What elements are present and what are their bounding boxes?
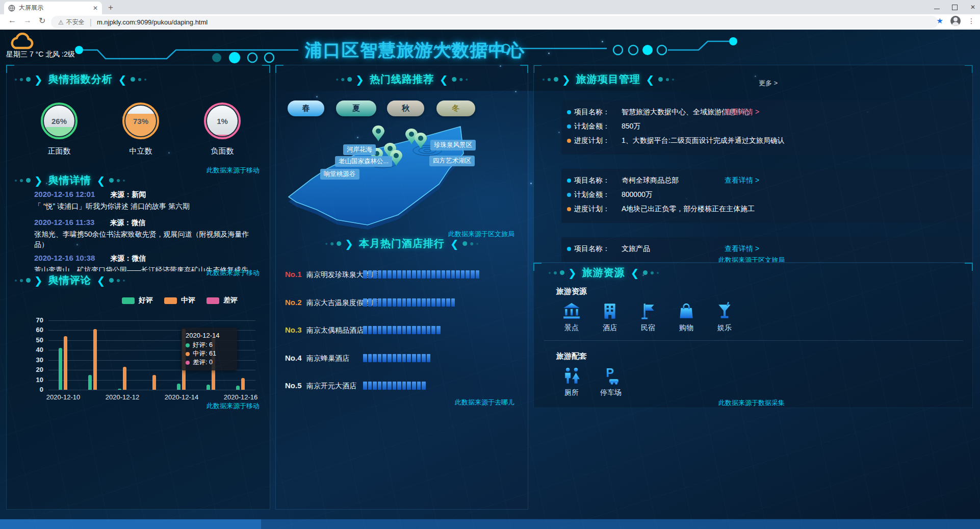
map-label[interactable]: 四方艺术湖区 (429, 156, 475, 166)
resource-hotel[interactable]: 酒店 (591, 302, 629, 333)
reload-button[interactable]: ↻ (39, 16, 45, 26)
map-label[interactable]: 河岸花海 (343, 144, 376, 155)
hotel-bar-segment (407, 354, 411, 362)
menu-kebab-icon[interactable]: ⋮ (968, 17, 975, 25)
legend-item[interactable]: 差评 (207, 296, 238, 305)
hotel-bar-segment (363, 382, 367, 390)
section-title: 旅游资源 (582, 266, 625, 280)
y-axis-tick: 50 (17, 336, 43, 344)
chevron-left-icon: ❮ (97, 174, 106, 187)
profile-avatar[interactable] (950, 16, 961, 26)
decor-dots (109, 178, 125, 183)
browser-tab[interactable]: 大屏展示 ✕ (4, 2, 102, 14)
resource-attraction[interactable]: 景点 (553, 302, 590, 333)
legend-item[interactable]: 好评 (122, 296, 153, 305)
hotel-bar-segment (412, 382, 416, 390)
hotel-bar-segment (382, 270, 386, 279)
hotel-bar-segment (417, 354, 421, 362)
y-axis-tick: 70 (17, 316, 43, 324)
legend-item[interactable]: 中评 (164, 296, 195, 305)
map-label[interactable]: 老山国家森林公... (335, 156, 392, 167)
project-amount: 850万 (622, 122, 640, 131)
project-progress: A地块已出正负零，部分楼栋正在主体施工 (622, 205, 755, 214)
season-button-summer[interactable]: 夏 (336, 100, 376, 116)
season-button-autumn[interactable]: 秋 (387, 100, 424, 116)
field-label: 计划金额： (574, 190, 610, 199)
window-minimize-button[interactable] (934, 6, 940, 9)
map-label[interactable]: 响堂桃源谷 (320, 169, 359, 180)
map-label[interactable]: 珍珠泉风景区 (430, 140, 476, 150)
bookmark-star-icon[interactable]: ★ (937, 16, 943, 26)
detail-link[interactable]: 查看详情 > (725, 176, 759, 185)
resource-entertainment[interactable]: 娱乐 (706, 302, 743, 333)
decor-dots (462, 241, 478, 246)
hotel-bar-segment (466, 270, 470, 279)
chevron-right-icon: ❯ (568, 267, 577, 279)
hotel-rank: No.1 (285, 270, 302, 279)
chart-bar-neutral (123, 367, 126, 390)
gauge-label: 正面数 (29, 146, 90, 156)
url-text[interactable]: m.njpkly.com:9099/pukou/daping.html (97, 18, 208, 26)
hotel-row: No.2 南京大吉温泉度假酒店 (276, 298, 529, 308)
gauge-neutral: 73% 中立数 (110, 103, 171, 156)
address-bar[interactable]: ⚠不安全 | m.njpkly.com:9099/pukou/daping.ht… (51, 16, 938, 29)
hotel-bar (363, 270, 480, 279)
tab-close-icon[interactable]: ✕ (93, 5, 98, 12)
hotel-bar-segment (422, 326, 426, 334)
more-link[interactable]: 更多 > (759, 79, 778, 88)
season-button-winter[interactable]: 冬 (436, 100, 475, 116)
attraction-icon (562, 302, 581, 320)
resource-parking[interactable]: P 停车场 (592, 367, 630, 397)
news-item[interactable]: 2020-12-16 12:01来源：新闻 「 “悦” 读浦口」听我为你讲述 浦… (34, 189, 253, 211)
detail-link[interactable]: 查看详情 > (725, 108, 759, 117)
resource-label: 停车场 (592, 388, 630, 397)
hotel-bar-segment (476, 270, 480, 279)
resource-homestay[interactable]: 民宿 (629, 302, 667, 333)
y-axis-tick: 60 (17, 326, 43, 334)
hotel-bar-segment (402, 270, 406, 279)
resource-shopping[interactable]: 购物 (667, 302, 705, 333)
hotel-bar (363, 354, 431, 362)
hotel-bar-segment (363, 326, 367, 334)
hotel-bar-segment (412, 354, 416, 362)
chevron-right-icon: ❯ (34, 274, 43, 287)
project-name: 文旅产品 (622, 244, 650, 254)
window-maximize-button[interactable] (952, 5, 958, 10)
decor-dots (325, 241, 341, 246)
forward-button[interactable]: → (23, 16, 32, 25)
tooltip-date: 2020-12-14 (186, 331, 233, 340)
panel-projects: ❯ 旅游项目管理 ❮ 更多 > 项目名称： 智慧旅游大数据中心、全域旅游信息中心… (533, 65, 973, 263)
comments-bar-chart: 706050403020100 2020-12-102020-12-122020… (17, 314, 267, 409)
hotel-bar-segment (368, 382, 372, 390)
window-close-button[interactable]: ✕ (970, 4, 976, 11)
hotel-bar-segment (431, 270, 435, 279)
detail-link[interactable]: 查看详情 > (725, 244, 759, 254)
gridline (48, 390, 255, 390)
resource-toilet[interactable]: 厕所 (553, 367, 590, 397)
news-time: 2020-12-16 12:01 (34, 190, 95, 198)
decor-dots (658, 77, 674, 82)
hotel-bar-segment (393, 326, 397, 334)
hotel-bar-segment (407, 326, 411, 334)
hotel-bar-segment (436, 270, 441, 279)
new-tab-button[interactable]: + (108, 3, 113, 13)
resource-label: 厕所 (553, 388, 590, 397)
chart-legend: 好评 中评 差评 (122, 296, 238, 305)
hotel-row: No.3 南京太偶精品酒店 (276, 325, 529, 336)
chart-bar-neutral (152, 375, 156, 390)
hotel-bar-segment (388, 270, 392, 279)
hotel-bar-segment (382, 326, 386, 334)
hotel-bar-segment (363, 354, 367, 362)
x-axis-label: 2020-12-14 (159, 393, 204, 401)
field-label: 项目名称： (574, 244, 610, 254)
tab-strip: 大屏展示 ✕ + ✕ (0, 0, 980, 14)
tab-title: 大屏展示 (19, 4, 93, 12)
gauge-value: 73% (133, 117, 148, 125)
security-warning[interactable]: ⚠不安全 (58, 18, 85, 27)
hotel-bar-segment (436, 326, 441, 334)
news-time: 2020-12-16 10:38 (34, 254, 95, 262)
news-item[interactable]: 2020-12-16 11:33来源：微信 张旭光、李啸携50余位书法家致敬先贤… (34, 217, 253, 249)
season-button-spring[interactable]: 春 (288, 100, 324, 116)
back-button[interactable]: ← (8, 16, 16, 25)
hotel-bar-segment (442, 298, 446, 307)
